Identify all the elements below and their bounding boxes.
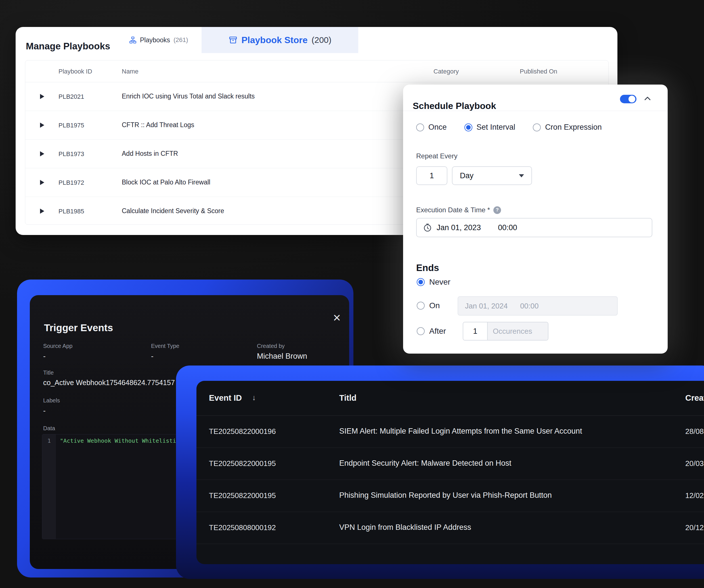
divider (403, 111, 668, 111)
col-published-on: Published On (520, 68, 557, 75)
field-event-type: Event Type - (151, 343, 179, 361)
page-background: Manage Playbooks Playbooks (261) (0, 0, 704, 588)
repeat-value-input[interactable]: 1 (416, 166, 448, 185)
tab-playbooks[interactable]: Playbooks (261) (129, 27, 188, 53)
playbook-id: PLB1985 (58, 208, 84, 215)
sort-desc-icon[interactable]: ↓ (252, 393, 256, 402)
ends-on-date: Jan 01, 2024 (465, 302, 508, 311)
execution-label: Execution Date & Time * (416, 206, 490, 214)
radio-cron-expression[interactable]: Cron Expression (533, 123, 602, 132)
playbook-name: CFTR :: Add Threat Logs (122, 121, 194, 129)
event-created: 20/12 (685, 523, 704, 532)
execution-time: 00:00 (498, 223, 517, 232)
help-icon[interactable]: ? (493, 206, 501, 214)
expand-row-icon[interactable] (40, 180, 44, 185)
radio-ends-never[interactable]: Never (417, 277, 451, 286)
tab-playbook-store-label: Playbook Store (242, 35, 308, 46)
tab-playbooks-label: Playbooks (140, 36, 170, 44)
trigger-events-title: Trigger Events (44, 322, 113, 333)
after-count-input[interactable]: 1 (463, 322, 487, 340)
radio-circle (416, 123, 424, 131)
event-created: 28/08 (685, 427, 704, 436)
radio-circle-selected (417, 278, 425, 286)
radio-circle (417, 302, 425, 310)
page-title: Manage Playbooks (26, 41, 110, 52)
playbook-id: PLB2021 (58, 93, 84, 101)
expand-row-icon[interactable] (40, 123, 44, 128)
occurrences-input[interactable]: Occurences (487, 322, 548, 340)
schedule-enabled-toggle[interactable] (620, 95, 636, 103)
toggle-knob (629, 95, 635, 103)
event-title: Phishing Simulation Reported by User via… (339, 491, 552, 500)
execution-label-row: Execution Date & Time * ? (416, 206, 501, 214)
event-id: TE20250822000195 (209, 459, 276, 468)
radio-set-interval[interactable]: Set Interval (464, 123, 516, 132)
event-row[interactable]: TE20250808000192 VPN Login from Blacklis… (196, 512, 704, 544)
col-playbook-id: Playbook ID (58, 68, 92, 75)
event-id: TE20250808000192 (209, 523, 276, 532)
ends-title: Ends (416, 262, 439, 273)
playbook-name: Block IOC at Palo Alto Firewall (122, 179, 210, 186)
ends-after-input-group: 1 Occurences (463, 322, 548, 340)
repeat-every-label: Repeat Every (416, 152, 457, 160)
playbook-name: Add Hosts in CFTR (122, 150, 178, 157)
radio-ends-after[interactable]: After (417, 327, 446, 336)
playbook-id: PLB1973 (58, 150, 84, 158)
radio-ends-on[interactable]: On (417, 301, 440, 310)
playbook-id: PLB1975 (58, 122, 84, 129)
tab-playbooks-count: (261) (173, 36, 188, 44)
field-source-app: Source App - (43, 343, 72, 361)
tab-playbook-store-count: (200) (311, 35, 331, 45)
playbook-name: Enrich IOC using Virus Total and Slack r… (122, 92, 255, 100)
chevron-up-icon[interactable] (643, 94, 652, 103)
radio-circle-selected (464, 123, 472, 131)
clock-icon (423, 223, 432, 232)
playbook-name: Calculate Incident Severity & Score (122, 207, 224, 215)
col-name: Name (122, 68, 138, 75)
radio-circle (533, 123, 541, 131)
event-created: 20/03 (685, 459, 704, 468)
caret-down-icon (519, 174, 524, 177)
repeat-unit-select[interactable]: Day (452, 166, 532, 185)
execution-datetime-input[interactable]: Jan 01, 2023 00:00 (416, 218, 652, 237)
event-created: 12/02 (685, 491, 704, 500)
store-icon (229, 36, 238, 45)
ends-on-time: 00:00 (520, 302, 538, 311)
tab-playbook-store[interactable]: Playbook Store (200) (201, 27, 358, 53)
execution-date: Jan 01, 2023 (436, 223, 481, 232)
radio-circle (417, 327, 425, 335)
event-id: TE20250822000195 (209, 491, 276, 500)
ends-on-datetime-input[interactable]: Jan 01, 2024 00:00 (458, 296, 618, 316)
field-labels: Labels - (43, 397, 60, 415)
schedule-playbook-card: Schedule Playbook Once Set Interval Cron… (403, 84, 668, 353)
event-title: SIEM Alert: Multiple Failed Login Attemp… (339, 427, 582, 436)
field-title: Title co_Active Webhook1754648624.775415… (43, 370, 175, 387)
radio-once[interactable]: Once (416, 123, 447, 132)
events-table-panel: Event ID ↓ Titld Creat TE20250822000196 … (196, 381, 704, 564)
event-id: TE20250822000196 (209, 427, 276, 436)
event-row[interactable]: TE20250822000195 Endpoint Security Alert… (196, 448, 704, 480)
col-created: Creat (685, 393, 704, 403)
events-table-header: Event ID ↓ Titld Creat (196, 381, 704, 416)
expand-row-icon[interactable] (40, 209, 44, 214)
editor-line-number: 1 (42, 435, 56, 539)
col-category: Category (433, 68, 459, 75)
event-row[interactable]: TE20250822000196 SIEM Alert: Multiple Fa… (196, 416, 704, 448)
expand-row-icon[interactable] (40, 151, 44, 156)
col-event-id[interactable]: Event ID (209, 393, 242, 403)
event-title: VPN Login from Blacklisted IP Address (339, 523, 471, 532)
event-title: Endpoint Security Alert: Malware Detecte… (339, 459, 511, 468)
expand-row-icon[interactable] (40, 94, 44, 99)
hierarchy-icon (129, 36, 136, 44)
interval-radio-group: Once Set Interval Cron Expression (416, 123, 602, 132)
playbooks-table-header: Playbook ID Name Category Published On (25, 60, 608, 82)
playbook-id: PLB1972 (58, 179, 84, 186)
field-created-by: Created by Michael Brown (257, 343, 307, 361)
close-icon[interactable]: × (333, 311, 341, 324)
col-title: Titld (339, 393, 357, 403)
event-row[interactable]: TE20250822000195 Phishing Simulation Rep… (196, 480, 704, 512)
field-data: Data (43, 425, 55, 432)
schedule-title: Schedule Playbook (413, 101, 496, 111)
